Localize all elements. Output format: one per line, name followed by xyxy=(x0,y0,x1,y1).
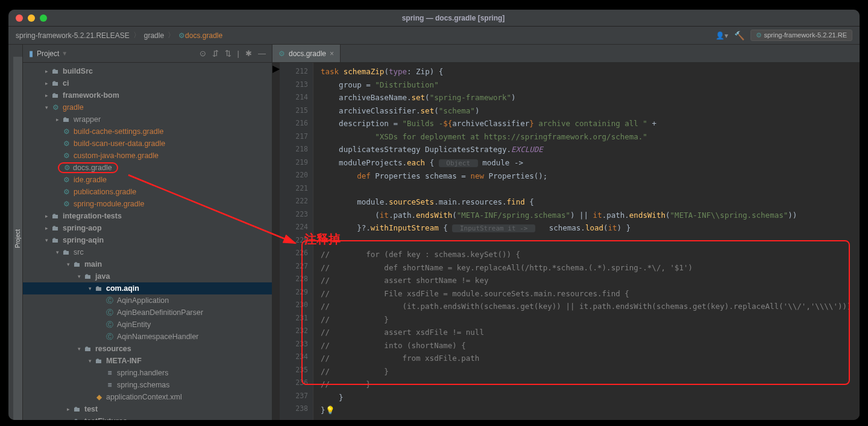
collapse-icon[interactable]: ⇅ xyxy=(225,49,231,58)
breadcrumb-bar: spring-framework-5.2.21.RELEASE 〉 gradle… xyxy=(8,27,860,45)
breadcrumb-root[interactable]: spring-framework-5.2.21.RELEASE xyxy=(16,31,130,40)
tree-item[interactable]: ⒸAqinNamespaceHandler xyxy=(23,331,272,343)
dir-icon: 🖿 xyxy=(61,115,71,124)
tree-item-label: test xyxy=(84,405,98,413)
tree-item[interactable]: ⚙spring-module.gradle xyxy=(23,198,272,210)
window-title: spring — docs.gradle [spring] xyxy=(47,14,860,22)
build-icon[interactable]: 🔨 xyxy=(734,31,744,40)
tree-item-label: resources xyxy=(95,345,131,353)
gradle-icon: ⚙ xyxy=(756,31,764,39)
tree-item[interactable]: ▸🖿spring-aop xyxy=(23,222,272,234)
tree-item[interactable]: ⚙publications.gradle xyxy=(23,186,272,198)
tree-item[interactable]: ⒸAqinApplication xyxy=(23,294,272,307)
gradle-icon: ⚙ xyxy=(61,139,71,148)
tree-item[interactable]: ▾🖿src xyxy=(23,246,272,258)
tree-item[interactable]: ▾🖿main xyxy=(23,258,272,270)
run-config-selector[interactable]: ⚙ spring-framework-5.2.21.RE xyxy=(750,30,852,41)
project-tree[interactable]: ▸🖿buildSrc▸🖿ci▸🖿framework-bom▾⚙gradle▸🖿w… xyxy=(23,63,272,420)
tool-window-stripe: Project Commit DB Browser xyxy=(8,45,23,420)
tree-item[interactable]: ⚙build-cache-settings.gradle xyxy=(23,126,272,138)
tree-item-label: spring-aqin xyxy=(63,236,104,244)
tree-item[interactable]: ⚙custom-java-home.gradle xyxy=(23,150,272,162)
minimize-icon[interactable] xyxy=(28,14,35,22)
tree-item[interactable]: ≡spring.schemas xyxy=(23,379,272,391)
close-tab-icon[interactable]: × xyxy=(330,49,334,58)
tree-item-label: build-cache-settings.gradle xyxy=(74,127,163,136)
user-icon[interactable]: 👤▾ xyxy=(715,31,728,40)
tree-item-label: java xyxy=(95,272,110,281)
tree-item-label: spring.handlers xyxy=(117,369,168,377)
tree-item[interactable]: ▾🖿java xyxy=(23,270,272,282)
gear-icon[interactable]: ✱ xyxy=(245,49,252,58)
breadcrumb-folder[interactable]: gradle xyxy=(144,31,164,40)
dir-icon: 🖿 xyxy=(51,67,60,75)
tree-item[interactable]: ⚙build-scan-user-data.gradle xyxy=(23,138,272,150)
tree-item[interactable]: ▸🖿testFixtures xyxy=(23,415,272,420)
tree-item[interactable]: ▸🖿integration-tests xyxy=(23,210,272,222)
tab-label: docs.gradle xyxy=(289,49,326,58)
gradle-icon: ⚙ xyxy=(61,188,71,196)
locate-icon[interactable]: ⊙ xyxy=(200,49,206,58)
tree-item-label: applicationContext.xml xyxy=(106,393,182,401)
java-icon: Ⓒ xyxy=(105,308,115,318)
tree-item[interactable]: ▾🖿com.aqin xyxy=(23,282,272,294)
tree-item-label: main xyxy=(84,260,102,269)
tree-item[interactable]: ▸🖿test xyxy=(23,403,272,415)
tree-item-label: AqinBeanDefinitionParser xyxy=(117,308,203,317)
tree-item-label: gradle xyxy=(63,103,84,112)
close-icon[interactable] xyxy=(16,14,23,22)
tree-item[interactable]: ▾🖿resources xyxy=(23,343,272,355)
tree-item[interactable]: ▸🖿buildSrc xyxy=(23,65,272,77)
pkg-icon: 🖿 xyxy=(83,345,93,353)
tree-item[interactable]: ◆applicationContext.xml xyxy=(23,391,272,403)
tree-item-label: wrapper xyxy=(74,115,101,124)
run-gutter-icon[interactable]: ▶ xyxy=(272,63,280,420)
tree-item[interactable]: ▸🖿framework-bom xyxy=(23,89,272,101)
annotation-highlight xyxy=(301,240,850,385)
minimize-panel-icon[interactable]: — xyxy=(258,49,266,58)
xml-icon: ◆ xyxy=(94,393,104,401)
dir-icon: 🖿 xyxy=(51,212,60,220)
breadcrumb-file[interactable]: docs.gradle xyxy=(185,31,222,40)
tree-item[interactable]: ▾🖿spring-aqin xyxy=(23,234,272,246)
tree-item[interactable]: ▾🖿META-INF xyxy=(23,355,272,367)
tree-item[interactable]: ⚙docs.gradle xyxy=(23,162,272,174)
tree-item[interactable]: ▸🖿wrapper xyxy=(23,113,272,126)
tree-item-label: custom-java-home.gradle xyxy=(74,151,159,160)
gradle-icon: ⚙ xyxy=(51,103,60,112)
project-tool-tab[interactable]: Project xyxy=(13,57,22,420)
tree-item[interactable]: ≡spring.handlers xyxy=(23,367,272,379)
tree-item-label: AqinApplication xyxy=(117,296,169,305)
java-icon: Ⓒ xyxy=(105,296,115,306)
panel-title: Project xyxy=(37,49,59,58)
panel-header: ▮ Project ▼ ⊙ ⇵ ⇅ | ✱ — xyxy=(23,45,272,63)
annotation-label: 注释掉 xyxy=(304,231,341,247)
tree-item-label: docs.gradle xyxy=(73,164,112,172)
tree-item-label: spring-aop xyxy=(63,224,102,232)
maximize-icon[interactable] xyxy=(40,14,47,22)
tree-item-label: framework-bom xyxy=(63,91,119,100)
pkg-icon: 🖿 xyxy=(94,284,104,293)
pkg-icon: 🖿 xyxy=(72,260,82,269)
tree-item[interactable]: ⒸAqinEntity xyxy=(23,319,272,331)
tree-item-label: AqinNamespaceHandler xyxy=(117,332,199,341)
tree-item-label: build-scan-user-data.gradle xyxy=(74,139,165,148)
txt-icon: ≡ xyxy=(105,381,115,389)
tree-item[interactable]: ▸🖿ci xyxy=(23,77,272,89)
java-icon: Ⓒ xyxy=(105,320,115,330)
gradle-icon: ⚙ xyxy=(64,164,71,172)
folder-icon: ▮ xyxy=(29,49,33,58)
tree-item[interactable]: ▾⚙gradle xyxy=(23,101,272,113)
editor-tab-docs-gradle[interactable]: ⚙ docs.gradle × xyxy=(272,45,341,62)
gradle-icon: ⚙ xyxy=(178,31,185,40)
dir-icon: 🖿 xyxy=(51,236,60,244)
gradle-icon: ⚙ xyxy=(61,151,71,160)
gradle-icon: ⚙ xyxy=(278,49,285,58)
titlebar: spring — docs.gradle [spring] xyxy=(8,10,860,27)
tree-item[interactable]: ⚙ide.gradle xyxy=(23,174,272,186)
tree-item-label: spring-module.gradle xyxy=(74,200,144,208)
txt-icon: ≡ xyxy=(105,369,115,377)
tree-item[interactable]: ⒸAqinBeanDefinitionParser xyxy=(23,307,272,319)
expand-icon[interactable]: ⇵ xyxy=(212,49,219,58)
chevron-down-icon[interactable]: ▼ xyxy=(61,50,68,57)
